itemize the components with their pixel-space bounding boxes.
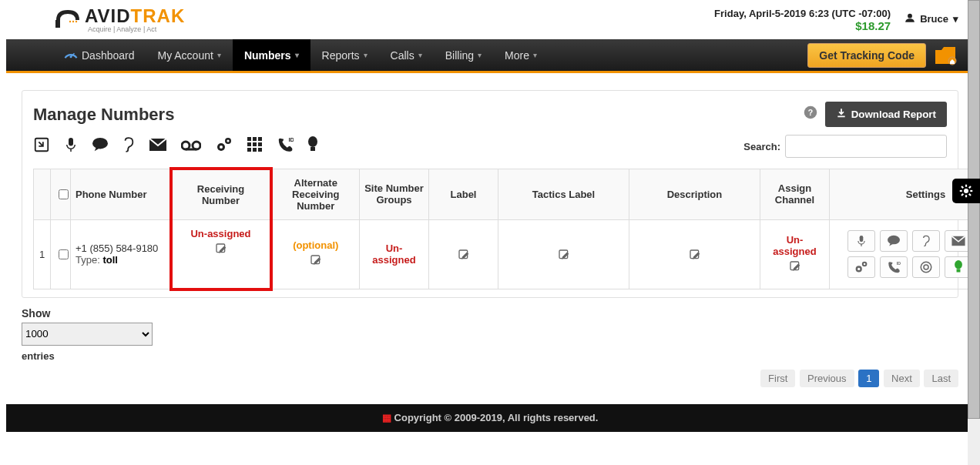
col-index	[34, 169, 51, 219]
footer-text: Copyright © 2009-2019, All rights reserv…	[394, 412, 599, 423]
svg-text:?: ?	[807, 108, 812, 117]
chevron-down-icon: ▾	[478, 51, 482, 59]
caller-id-icon[interactable]: ID	[277, 136, 294, 157]
svg-text:ID: ID	[896, 261, 900, 266]
row-type-label: Type:	[76, 254, 100, 266]
microphone-icon[interactable]	[64, 136, 78, 157]
chevron-down-icon: ▾	[533, 51, 537, 59]
nav-dashboard[interactable]: Dashboard	[52, 39, 146, 71]
user-icon	[904, 12, 915, 25]
header-datetime: Friday, April-5-2019 6:23 (UTC -07:00)	[714, 8, 891, 19]
numbers-table: Phone Number Receiving Number Alternate …	[33, 167, 980, 291]
row-site-groups: Un-assigned	[364, 243, 424, 266]
gears-icon[interactable]	[215, 136, 233, 157]
svg-point-14	[92, 137, 108, 149]
svg-point-1	[69, 21, 71, 22]
svg-rect-34	[310, 147, 315, 151]
row-checkbox[interactable]	[59, 249, 69, 259]
ear-icon[interactable]	[912, 230, 940, 252]
edit-icon[interactable]	[689, 249, 701, 263]
table-row: 1 +1 (855) 584-9180 Type: toll Un-assign…	[34, 219, 981, 289]
help-icon[interactable]: ?	[804, 105, 817, 123]
col-description[interactable]: Description	[629, 169, 760, 219]
grid-icon[interactable]	[247, 137, 263, 156]
col-receiving[interactable]: Receiving Number	[171, 169, 271, 219]
svg-rect-26	[247, 142, 251, 146]
user-name: Bruce	[920, 13, 948, 25]
logo[interactable]: AVIDTRAK Acquire | Analyze | Act	[52, 5, 185, 33]
svg-point-3	[76, 21, 77, 22]
nav-home-folder-icon[interactable]	[932, 42, 958, 69]
target-icon[interactable]	[912, 256, 940, 278]
svg-rect-30	[253, 148, 257, 152]
icon-toolbar: ID	[33, 136, 318, 157]
get-tracking-code-button[interactable]: Get Tracking Code	[807, 43, 926, 68]
col-phone[interactable]: Phone Number	[71, 169, 171, 219]
chat-icon[interactable]	[880, 230, 908, 252]
svg-point-53	[921, 263, 931, 273]
svg-line-68	[962, 186, 963, 188]
phone-forward-icon[interactable]	[33, 136, 50, 157]
svg-point-33	[308, 136, 317, 147]
microphone-icon[interactable]	[847, 230, 875, 252]
brand-tagline: Acquire | Analyze | Act	[88, 25, 185, 33]
svg-point-2	[72, 21, 74, 22]
svg-rect-27	[253, 142, 257, 146]
edit-icon[interactable]	[558, 249, 570, 263]
svg-point-49	[858, 268, 860, 270]
nav-reports[interactable]: Reports ▾	[310, 39, 379, 71]
nav-my-account[interactable]: My Account▾	[146, 39, 233, 71]
mail-icon[interactable]	[149, 138, 167, 156]
col-channel[interactable]: Assign Channel	[760, 169, 830, 219]
nav-more[interactable]: More ▾	[493, 39, 549, 71]
chat-icon[interactable]	[92, 137, 109, 156]
svg-text:ID: ID	[289, 136, 294, 143]
svg-line-71	[969, 186, 971, 188]
col-alternate[interactable]: Alternate Receiving Number	[271, 169, 360, 219]
download-report-button[interactable]: Download Report	[825, 102, 947, 127]
svg-point-63	[964, 189, 968, 193]
nav-billing[interactable]: Billing ▾	[434, 39, 493, 71]
chevron-down-icon: ▾	[217, 51, 221, 59]
caller-id-icon[interactable]: ID	[880, 256, 908, 278]
edit-icon[interactable]	[215, 243, 227, 257]
row-settings-buttons: ID	[834, 230, 980, 278]
col-label[interactable]: Label	[429, 169, 498, 219]
svg-point-22	[227, 139, 230, 142]
col-site-groups[interactable]: Site Number Groups	[360, 169, 429, 219]
page-next-button[interactable]: Next	[884, 370, 920, 387]
edit-icon[interactable]	[310, 254, 322, 269]
gears-icon[interactable]	[847, 256, 875, 278]
page-last-button[interactable]: Last	[924, 370, 958, 387]
svg-point-55	[955, 260, 962, 269]
voicemail-icon[interactable]	[181, 138, 201, 156]
entries-select[interactable]: 1000	[22, 323, 153, 346]
col-tactics[interactable]: Tactics Label	[498, 169, 629, 219]
row-alternate: (optional)	[277, 239, 355, 251]
ear-icon[interactable]	[123, 136, 135, 157]
nav-numbers[interactable]: Numbers ▾	[233, 39, 310, 71]
page-first-button[interactable]: First	[760, 370, 795, 387]
footer: ▦Copyright © 2009-2019, All rights reser…	[6, 404, 974, 432]
svg-rect-41	[859, 236, 863, 242]
row-phone-number: +1 (855) 584-9180	[76, 243, 165, 254]
settings-drawer-toggle[interactable]	[952, 179, 980, 203]
svg-rect-28	[258, 142, 262, 146]
row-receiving: Un-assigned	[177, 228, 265, 239]
edit-icon[interactable]	[458, 249, 470, 263]
nav-calls[interactable]: Calls ▾	[379, 39, 434, 71]
search-input[interactable]	[785, 135, 947, 158]
page-1-button[interactable]: 1	[858, 370, 879, 387]
svg-rect-25	[258, 137, 262, 141]
col-checkbox	[51, 169, 71, 219]
scrollbar[interactable]	[968, 0, 980, 432]
select-all-checkbox[interactable]	[59, 189, 69, 199]
page-prev-button[interactable]: Previous	[800, 370, 854, 387]
header-balance: $18.27	[714, 19, 891, 32]
edit-icon[interactable]	[789, 260, 801, 275]
user-menu[interactable]: Bruce ▾	[904, 12, 958, 25]
main-panel: Manage Numbers ? Download Report	[22, 90, 958, 298]
svg-point-20	[220, 146, 223, 149]
lightbulb-icon[interactable]	[307, 136, 318, 157]
top-header: AVIDTRAK Acquire | Analyze | Act Friday,…	[6, 0, 974, 39]
